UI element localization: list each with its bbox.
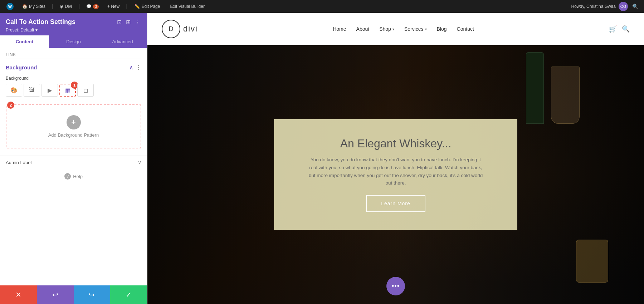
- bg-type-mask-button[interactable]: ◻: [77, 84, 94, 97]
- panel-header-icons: ⊡ ⊞ ⋮: [116, 18, 141, 26]
- link-section-label: Link: [0, 48, 147, 59]
- fab-button[interactable]: •••: [386, 277, 405, 295]
- blog-menu-label: Blog: [437, 26, 447, 32]
- divi-label: Divi: [65, 4, 72, 9]
- admin-label-toggle[interactable]: Admin Label ∨: [0, 156, 147, 169]
- shop-menu-label: Shop: [379, 26, 391, 32]
- admin-label-title: Admin Label: [6, 160, 31, 165]
- edit-page-label: Edit Page: [141, 4, 160, 9]
- cancel-button[interactable]: ✕: [0, 285, 37, 304]
- bg-type-image-button[interactable]: 🖼: [24, 84, 40, 97]
- services-dropdown-icon: ▾: [425, 27, 427, 31]
- section-more-button[interactable]: ⋮: [136, 64, 141, 71]
- cancel-icon: ✕: [15, 290, 21, 299]
- wp-icon: W: [6, 3, 14, 10]
- menu-item-services[interactable]: Services ▾: [404, 26, 427, 32]
- menu-item-home[interactable]: Home: [333, 26, 346, 32]
- menu-item-shop[interactable]: Shop ▾: [379, 26, 394, 32]
- divi-icon: ◉: [60, 4, 63, 9]
- help-row[interactable]: ? Help: [0, 169, 147, 184]
- cta-learn-more-button[interactable]: Learn More: [366, 195, 425, 212]
- preset-label: Preset: Default: [6, 28, 34, 33]
- wp-logo-item[interactable]: W: [4, 1, 16, 11]
- video-icon: ▶: [48, 87, 52, 94]
- chevron-down-icon: ∨: [138, 160, 141, 165]
- cta-box: An Elegant Whiskey... You do know, you d…: [274, 119, 517, 230]
- section-header-icons: ∧ ⋮: [129, 64, 141, 71]
- glass-decoration-1: [551, 67, 580, 124]
- background-label: Background: [6, 76, 141, 81]
- site-navigation: D divi Home About Shop ▾ Services ▾: [147, 13, 644, 45]
- home-icon: 🏠: [22, 4, 28, 9]
- pattern-section-badge: 2: [7, 102, 14, 109]
- paint-icon: 🎨: [10, 87, 18, 94]
- tab-content[interactable]: Content: [0, 35, 49, 48]
- panel-title: Call To Action Settings: [6, 18, 75, 26]
- search-icon[interactable]: 🔍: [631, 2, 640, 11]
- shop-dropdown-icon: ▾: [392, 27, 394, 31]
- site-logo: D divi: [162, 20, 198, 38]
- panel-tabs: Content Design Advanced: [0, 35, 147, 48]
- hero-section: An Elegant Whiskey... You do know, you d…: [147, 45, 644, 304]
- services-menu-label: Services: [404, 26, 424, 32]
- save-button[interactable]: ✓: [110, 285, 147, 304]
- undo-icon: ↩: [52, 290, 58, 299]
- menu-item-about[interactable]: About: [356, 26, 370, 32]
- cart-icon[interactable]: 🛒: [609, 25, 617, 33]
- logo-letter: D: [169, 25, 174, 33]
- new-label: + New: [107, 4, 119, 9]
- layout-icon[interactable]: ⊞: [125, 18, 131, 26]
- bg-type-video-button[interactable]: ▶: [42, 84, 58, 97]
- help-icon: ?: [64, 173, 71, 180]
- separator-1: |: [52, 3, 53, 10]
- pattern-badge: 1: [71, 82, 78, 89]
- redo-icon: ↪: [89, 290, 95, 299]
- separator-3: |: [126, 3, 127, 10]
- glass-decoration-2: [576, 240, 608, 283]
- redo-button[interactable]: ↪: [74, 285, 111, 304]
- edit-page-button[interactable]: ✏️ Edit Page: [132, 3, 163, 10]
- menu-item-blog[interactable]: Blog: [437, 26, 447, 32]
- logo-circle: D: [162, 20, 180, 38]
- add-background-pattern-button[interactable]: + Add Background Pattern: [6, 104, 141, 148]
- avatar: CG: [619, 2, 628, 11]
- panel-title-row: Call To Action Settings ⊡ ⊞ ⋮: [6, 18, 141, 26]
- image-icon: 🖼: [29, 87, 35, 93]
- comments-count: 3: [93, 4, 99, 9]
- preview-area: D divi Home About Shop ▾ Services ▾: [147, 13, 644, 304]
- more-options-icon[interactable]: ⋮: [134, 18, 141, 26]
- background-row: Background 🎨 🖼 ▶ 1: [0, 74, 147, 104]
- exit-builder-label: Exit Visual Builder: [170, 4, 205, 9]
- background-title: Background: [6, 64, 37, 70]
- admin-bar-right: Howdy, Christina Gwira CG 🔍: [571, 2, 640, 11]
- divi-item[interactable]: ◉ Divi: [58, 3, 74, 10]
- pencil-icon: ✏️: [135, 4, 140, 9]
- bg-type-pattern-button[interactable]: 1 ▦: [59, 84, 76, 97]
- tab-advanced[interactable]: Advanced: [98, 35, 147, 48]
- logo-text: divi: [183, 24, 198, 34]
- comments-item[interactable]: 💬 3: [84, 3, 101, 10]
- new-item[interactable]: + New: [105, 3, 122, 10]
- nav-search-icon[interactable]: 🔍: [622, 25, 630, 33]
- preset-row[interactable]: Preset: Default ▾: [6, 28, 141, 33]
- howdy-text: Howdy, Christina Gwira: [571, 4, 616, 9]
- add-pattern-wrapper: 2 + Add Background Pattern: [0, 104, 147, 148]
- bg-type-color-button[interactable]: 🎨: [6, 84, 22, 97]
- tab-design[interactable]: Design: [49, 35, 98, 48]
- undo-button[interactable]: ↩: [37, 285, 74, 304]
- nav-icons: 🛒 🔍: [609, 25, 630, 33]
- add-pattern-plus-icon: +: [67, 115, 81, 129]
- comment-icon: 💬: [86, 4, 92, 9]
- collapse-button[interactable]: ∧: [129, 64, 133, 71]
- bottle-decoration: [526, 52, 544, 124]
- help-label: Help: [73, 174, 83, 179]
- bg-type-selector: 🎨 🖼 ▶ 1 ▦: [6, 84, 141, 97]
- exit-visual-builder-button[interactable]: Exit Visual Builder: [167, 3, 208, 10]
- contact-menu-label: Contact: [457, 26, 474, 32]
- cta-body: You do know, you do know that they don't…: [306, 156, 485, 187]
- add-pattern-plus-wrapper: +: [67, 115, 81, 129]
- minimize-icon[interactable]: ⊡: [116, 18, 122, 26]
- menu-item-contact[interactable]: Contact: [457, 26, 474, 32]
- bottom-action-bar: ✕ ↩ ↪ ✓: [0, 285, 147, 304]
- my-sites-item[interactable]: 🏠 My Sites: [20, 3, 48, 10]
